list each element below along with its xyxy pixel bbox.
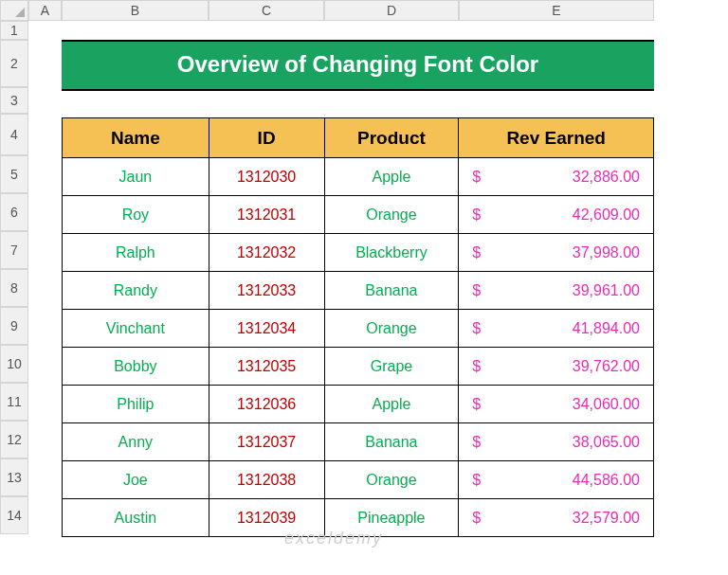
table-row: Roy1312031Orange$42,609.00 <box>63 196 654 234</box>
table-header-row: Name ID Product Rev Earned <box>63 118 654 158</box>
row-header-5[interactable]: 5 <box>0 155 28 193</box>
cell-product[interactable]: Orange <box>324 196 459 234</box>
cell-name[interactable]: Joe <box>63 461 209 499</box>
cell-id[interactable]: 1312036 <box>209 386 324 423</box>
cell-rev[interactable]: $41,894.00 <box>459 310 654 348</box>
cell-id[interactable]: 1312035 <box>209 348 324 386</box>
row-header-8[interactable]: 8 <box>0 269 28 307</box>
row-header-3[interactable]: 3 <box>0 87 28 114</box>
cell-product[interactable]: Apple <box>324 158 459 196</box>
table-row: Joe1312038Orange$44,586.00 <box>63 461 654 499</box>
column-headers: A B C D E <box>0 0 654 21</box>
row-header-4[interactable]: 4 <box>0 114 28 155</box>
table-row: Randy1312033Banana$39,961.00 <box>63 272 654 310</box>
cell-rev[interactable]: $42,609.00 <box>459 196 654 234</box>
row-header-2[interactable]: 2 <box>0 40 28 87</box>
cell-product[interactable]: Banana <box>324 423 459 461</box>
row-header-10[interactable]: 10 <box>0 345 28 383</box>
cell-rev[interactable]: $39,762.00 <box>459 348 654 386</box>
col-header-E[interactable]: E <box>459 0 654 21</box>
cell-id[interactable]: 1312034 <box>209 310 324 348</box>
col-header-A[interactable]: A <box>28 0 62 21</box>
cell-name[interactable]: Austin <box>63 499 209 537</box>
table-row: Bobby1312035Grape$39,762.00 <box>63 348 654 386</box>
cell-rev[interactable]: $32,886.00 <box>459 158 654 196</box>
row-header-12[interactable]: 12 <box>0 421 28 458</box>
row-header-13[interactable]: 13 <box>0 458 28 496</box>
table-row: Ralph1312032Blackberry$37,998.00 <box>63 234 654 272</box>
cell-name[interactable]: Bobby <box>63 348 209 386</box>
cell-rev[interactable]: $38,065.00 <box>459 423 654 461</box>
cell-name[interactable]: Jaun <box>63 158 209 196</box>
cell-rev[interactable]: $39,961.00 <box>459 272 654 310</box>
cell-id[interactable]: 1312039 <box>209 499 324 537</box>
cell-product[interactable]: Pineapple <box>324 499 459 537</box>
th-name[interactable]: Name <box>63 118 209 158</box>
row-header-11[interactable]: 11 <box>0 383 28 421</box>
row-header-6[interactable]: 6 <box>0 193 28 231</box>
cell-rev[interactable]: $37,998.00 <box>459 234 654 272</box>
row-header-7[interactable]: 7 <box>0 231 28 269</box>
table-row: Vinchant1312034Orange$41,894.00 <box>63 310 654 348</box>
sheet-content: Overview of Changing Font Color Name ID … <box>62 21 654 537</box>
col-header-D[interactable]: D <box>324 0 459 21</box>
cell-name[interactable]: Anny <box>63 423 209 461</box>
cell-id[interactable]: 1312038 <box>209 461 324 499</box>
cell-product[interactable]: Grape <box>324 348 459 386</box>
cell-name[interactable]: Ralph <box>63 234 209 272</box>
cell-product[interactable]: Apple <box>324 386 459 423</box>
cell-product[interactable]: Orange <box>324 461 459 499</box>
col-header-C[interactable]: C <box>209 0 324 21</box>
col-header-B[interactable]: B <box>62 0 209 21</box>
cell-rev[interactable]: $32,579.00 <box>459 499 654 537</box>
cell-product[interactable]: Orange <box>324 310 459 348</box>
table-row: Anny1312037Banana$38,065.00 <box>63 423 654 461</box>
table-row: Philip1312036Apple$34,060.00 <box>63 386 654 423</box>
cell-name[interactable]: Philip <box>63 386 209 423</box>
th-id[interactable]: ID <box>209 118 324 158</box>
cell-id[interactable]: 1312030 <box>209 158 324 196</box>
cell-name[interactable]: Vinchant <box>63 310 209 348</box>
cell-name[interactable]: Randy <box>63 272 209 310</box>
cell-product[interactable]: Blackberry <box>324 234 459 272</box>
cell-id[interactable]: 1312037 <box>209 423 324 461</box>
row-header-9[interactable]: 9 <box>0 307 28 345</box>
th-rev[interactable]: Rev Earned <box>459 118 654 158</box>
table-row: Austin1312039Pineapple$32,579.00 <box>63 499 654 537</box>
table-row: Jaun1312030Apple$32,886.00 <box>63 158 654 196</box>
cell-rev[interactable]: $34,060.00 <box>459 386 654 423</box>
row-headers: 1 2 3 4 5 6 7 8 9 10 11 12 13 14 <box>0 21 28 534</box>
select-all-corner[interactable] <box>0 0 28 21</box>
data-table: Name ID Product Rev Earned Jaun1312030Ap… <box>62 117 654 537</box>
page-title: Overview of Changing Font Color <box>62 40 654 91</box>
row-header-1[interactable]: 1 <box>0 21 28 40</box>
cell-rev[interactable]: $44,586.00 <box>459 461 654 499</box>
cell-name[interactable]: Roy <box>63 196 209 234</box>
cell-product[interactable]: Banana <box>324 272 459 310</box>
row-header-14[interactable]: 14 <box>0 496 28 534</box>
cell-id[interactable]: 1312031 <box>209 196 324 234</box>
cell-id[interactable]: 1312033 <box>209 272 324 310</box>
cell-id[interactable]: 1312032 <box>209 234 324 272</box>
th-product[interactable]: Product <box>324 118 459 158</box>
